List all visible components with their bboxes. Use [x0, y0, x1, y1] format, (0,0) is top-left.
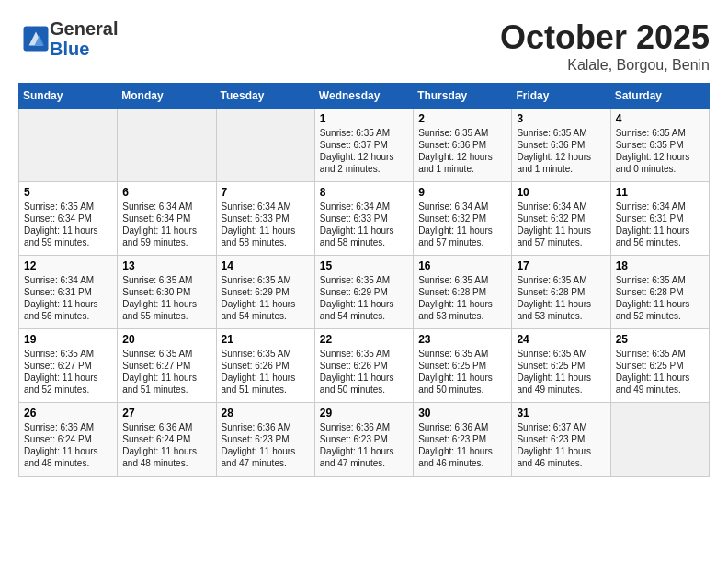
day-number: 12 [24, 259, 112, 272]
day-info: Sunrise: 6:34 AM Sunset: 6:31 PM Dayligh… [24, 274, 112, 322]
day-info: Sunrise: 6:37 AM Sunset: 6:23 PM Dayligh… [517, 421, 605, 469]
day-number: 1 [320, 112, 408, 125]
calendar-cell [610, 403, 709, 477]
day-info: Sunrise: 6:34 AM Sunset: 6:33 PM Dayligh… [222, 201, 310, 248]
weekday-header-thursday: Thursday [414, 84, 512, 109]
day-number: 28 [222, 407, 310, 419]
calendar-cell [118, 109, 216, 182]
day-number: 20 [122, 333, 210, 346]
day-number: 15 [320, 259, 408, 272]
day-number: 9 [418, 186, 506, 199]
calendar-cell: 6Sunrise: 6:34 AM Sunset: 6:34 PM Daylig… [118, 182, 216, 256]
day-info: Sunrise: 6:34 AM Sunset: 6:32 PM Dayligh… [517, 201, 605, 248]
day-info: Sunrise: 6:34 AM Sunset: 6:33 PM Dayligh… [320, 201, 408, 248]
day-number: 27 [122, 407, 210, 419]
calendar-cell [19, 109, 118, 182]
calendar-week-row: 19Sunrise: 6:35 AM Sunset: 6:27 PM Dayli… [19, 329, 710, 403]
calendar-week-row: 12Sunrise: 6:34 AM Sunset: 6:31 PM Dayli… [19, 256, 710, 329]
weekday-header-sunday: Sunday [19, 84, 118, 109]
day-info: Sunrise: 6:35 AM Sunset: 6:28 PM Dayligh… [517, 274, 605, 322]
day-info: Sunrise: 6:36 AM Sunset: 6:24 PM Dayligh… [24, 421, 112, 469]
day-info: Sunrise: 6:36 AM Sunset: 6:23 PM Dayligh… [320, 421, 408, 469]
day-number: 3 [517, 112, 605, 125]
day-info: Sunrise: 6:34 AM Sunset: 6:34 PM Dayligh… [122, 201, 210, 248]
calendar-cell: 25Sunrise: 6:35 AM Sunset: 6:25 PM Dayli… [610, 329, 709, 403]
day-number: 11 [616, 186, 704, 199]
day-number: 29 [320, 407, 408, 419]
day-number: 22 [320, 333, 408, 346]
calendar-cell: 30Sunrise: 6:36 AM Sunset: 6:23 PM Dayli… [414, 403, 512, 477]
day-info: Sunrise: 6:35 AM Sunset: 6:37 PM Dayligh… [320, 127, 408, 175]
day-info: Sunrise: 6:35 AM Sunset: 6:36 PM Dayligh… [418, 127, 506, 175]
logo-general: General [50, 18, 118, 39]
day-info: Sunrise: 6:35 AM Sunset: 6:27 PM Dayligh… [122, 348, 210, 396]
calendar-cell: 31Sunrise: 6:37 AM Sunset: 6:23 PM Dayli… [512, 403, 610, 477]
calendar-week-row: 1Sunrise: 6:35 AM Sunset: 6:37 PM Daylig… [19, 109, 710, 182]
calendar-cell [216, 109, 314, 182]
calendar-cell: 24Sunrise: 6:35 AM Sunset: 6:25 PM Dayli… [512, 329, 610, 403]
day-number: 31 [517, 407, 605, 419]
calendar-cell: 8Sunrise: 6:34 AM Sunset: 6:33 PM Daylig… [314, 182, 413, 256]
day-info: Sunrise: 6:35 AM Sunset: 6:26 PM Dayligh… [320, 348, 408, 396]
day-info: Sunrise: 6:35 AM Sunset: 6:25 PM Dayligh… [616, 348, 704, 396]
logo: General Blue [18, 18, 118, 59]
day-info: Sunrise: 6:34 AM Sunset: 6:32 PM Dayligh… [418, 201, 506, 248]
calendar-table: SundayMondayTuesdayWednesdayThursdayFrid… [18, 83, 710, 477]
day-number: 18 [616, 259, 704, 272]
calendar-cell: 27Sunrise: 6:36 AM Sunset: 6:24 PM Dayli… [118, 403, 216, 477]
day-number: 2 [418, 112, 506, 125]
calendar-cell: 5Sunrise: 6:35 AM Sunset: 6:34 PM Daylig… [19, 182, 118, 256]
calendar-cell: 23Sunrise: 6:35 AM Sunset: 6:25 PM Dayli… [414, 329, 512, 403]
calendar-cell: 17Sunrise: 6:35 AM Sunset: 6:28 PM Dayli… [512, 256, 610, 329]
day-number: 23 [418, 333, 506, 346]
weekday-header-row: SundayMondayTuesdayWednesdayThursdayFrid… [19, 84, 710, 109]
calendar-cell: 2Sunrise: 6:35 AM Sunset: 6:36 PM Daylig… [414, 109, 512, 182]
calendar-cell: 14Sunrise: 6:35 AM Sunset: 6:29 PM Dayli… [216, 256, 314, 329]
calendar-cell: 21Sunrise: 6:35 AM Sunset: 6:26 PM Dayli… [216, 329, 314, 403]
month-title: October 2025 [500, 18, 710, 57]
day-info: Sunrise: 6:35 AM Sunset: 6:29 PM Dayligh… [320, 274, 408, 322]
weekday-header-saturday: Saturday [610, 84, 709, 109]
calendar-cell: 13Sunrise: 6:35 AM Sunset: 6:30 PM Dayli… [118, 256, 216, 329]
day-number: 21 [222, 333, 310, 346]
day-number: 7 [222, 186, 310, 199]
title-block: October 2025 Kalale, Borgou, Benin [500, 18, 710, 74]
day-info: Sunrise: 6:35 AM Sunset: 6:25 PM Dayligh… [418, 348, 506, 396]
day-number: 26 [24, 407, 112, 419]
location-title: Kalale, Borgou, Benin [500, 57, 710, 74]
day-info: Sunrise: 6:36 AM Sunset: 6:23 PM Dayligh… [222, 421, 310, 469]
day-info: Sunrise: 6:35 AM Sunset: 6:28 PM Dayligh… [616, 274, 704, 322]
day-number: 10 [517, 186, 605, 199]
calendar-cell: 7Sunrise: 6:34 AM Sunset: 6:33 PM Daylig… [216, 182, 314, 256]
weekday-header-tuesday: Tuesday [216, 84, 314, 109]
weekday-header-monday: Monday [118, 84, 216, 109]
logo-blue: Blue [50, 39, 89, 59]
day-number: 17 [517, 259, 605, 272]
day-info: Sunrise: 6:34 AM Sunset: 6:31 PM Dayligh… [616, 201, 704, 248]
day-number: 25 [616, 333, 704, 346]
page-header: General Blue October 2025 Kalale, Borgou… [18, 18, 710, 74]
day-info: Sunrise: 6:35 AM Sunset: 6:35 PM Dayligh… [616, 127, 704, 175]
calendar-cell: 26Sunrise: 6:36 AM Sunset: 6:24 PM Dayli… [19, 403, 118, 477]
calendar-cell: 10Sunrise: 6:34 AM Sunset: 6:32 PM Dayli… [512, 182, 610, 256]
calendar-cell: 9Sunrise: 6:34 AM Sunset: 6:32 PM Daylig… [414, 182, 512, 256]
weekday-header-wednesday: Wednesday [314, 84, 413, 109]
calendar-cell: 4Sunrise: 6:35 AM Sunset: 6:35 PM Daylig… [610, 109, 709, 182]
calendar-cell: 1Sunrise: 6:35 AM Sunset: 6:37 PM Daylig… [314, 109, 413, 182]
day-number: 19 [24, 333, 112, 346]
calendar-cell: 12Sunrise: 6:34 AM Sunset: 6:31 PM Dayli… [19, 256, 118, 329]
day-info: Sunrise: 6:36 AM Sunset: 6:24 PM Dayligh… [122, 421, 210, 469]
calendar-cell: 20Sunrise: 6:35 AM Sunset: 6:27 PM Dayli… [118, 329, 216, 403]
day-number: 14 [222, 259, 310, 272]
calendar-cell: 28Sunrise: 6:36 AM Sunset: 6:23 PM Dayli… [216, 403, 314, 477]
calendar-week-row: 26Sunrise: 6:36 AM Sunset: 6:24 PM Dayli… [19, 403, 710, 477]
day-number: 8 [320, 186, 408, 199]
day-info: Sunrise: 6:35 AM Sunset: 6:25 PM Dayligh… [517, 348, 605, 396]
day-number: 16 [418, 259, 506, 272]
day-number: 24 [517, 333, 605, 346]
day-number: 4 [616, 112, 704, 125]
day-number: 30 [418, 407, 506, 419]
calendar-cell: 18Sunrise: 6:35 AM Sunset: 6:28 PM Dayli… [610, 256, 709, 329]
calendar-cell: 22Sunrise: 6:35 AM Sunset: 6:26 PM Dayli… [314, 329, 413, 403]
calendar-cell: 16Sunrise: 6:35 AM Sunset: 6:28 PM Dayli… [414, 256, 512, 329]
